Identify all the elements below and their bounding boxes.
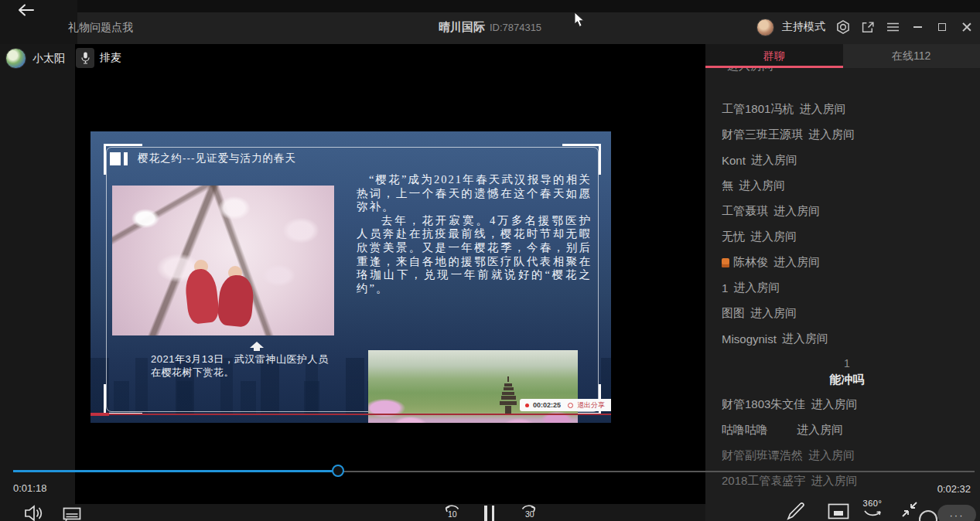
- settings-button[interactable]: [836, 20, 850, 34]
- seek-progress: [13, 470, 332, 472]
- maximize-icon: [938, 23, 946, 31]
- menu-button[interactable]: [886, 20, 900, 34]
- seek-knob[interactable]: [332, 465, 344, 477]
- app-window: 礼物问题点我 晴川国际ID:7874315 主持模式: [0, 0, 980, 521]
- back-arrow-icon: [17, 3, 36, 17]
- system-enter-row: 无忧进入房间: [722, 224, 972, 250]
- enter-user-name: 无忧: [722, 230, 745, 244]
- enter-room-text: 进入房间: [782, 332, 828, 346]
- enter-room-text: 进入房间: [773, 255, 820, 270]
- rewind-10-button[interactable]: 10: [441, 502, 463, 521]
- tab-online-count[interactable]: 在线112: [843, 44, 980, 68]
- pause-icon: [484, 506, 487, 521]
- popout-button[interactable]: [861, 20, 875, 34]
- up-arrow-marker: [250, 342, 264, 348]
- enter-user-name: 工管聂琪: [722, 204, 768, 219]
- enter-user-name: 图图: [722, 306, 745, 321]
- slide-bottom-red-line: [90, 414, 611, 415]
- chat-message-text: 能冲吗: [830, 371, 865, 388]
- enter-room-text: 进入房间: [750, 306, 797, 321]
- seek-track: [332, 471, 975, 472]
- forward-30-button[interactable]: 30: [518, 502, 540, 521]
- seek-bar[interactable]: [0, 469, 980, 483]
- enter-room-text: 进入房间: [811, 397, 857, 412]
- system-enter-row: Kont进入房间: [722, 148, 972, 173]
- screen-share-badge[interactable]: 00:02:25 退出分享: [520, 399, 611, 411]
- rewind-10-icon: 10: [441, 502, 463, 521]
- maximize-button[interactable]: [935, 20, 949, 34]
- room-id: ID:7874315: [490, 22, 541, 33]
- shrink-icon: [900, 500, 919, 519]
- collapse-panel-button[interactable]: [900, 500, 919, 521]
- exit-share-button[interactable]: 退出分享: [577, 400, 605, 410]
- speaker-icon: [23, 503, 43, 521]
- popout-icon: [862, 21, 875, 34]
- enter-user-name: 财管副班谭浩然: [722, 448, 803, 463]
- clock-icon: [568, 403, 573, 408]
- forward-30-icon: 30: [518, 502, 540, 521]
- enter-room-text: 进入房间: [808, 128, 855, 142]
- system-enter-row: 無进入房间: [722, 173, 972, 199]
- room-title: 晴川国际: [439, 20, 485, 33]
- streamer-chip[interactable]: 小太阳: [5, 48, 65, 69]
- system-enter-row: 财管副班谭浩然进入房间: [722, 443, 972, 468]
- share-timer: 00:02:25: [533, 401, 561, 409]
- rotate-360-button[interactable]: 360°: [862, 499, 883, 521]
- frame-corner-bl: [104, 384, 142, 415]
- enter-room-text: 进入房间: [739, 179, 785, 193]
- video-stage: 樱花之约---见证爱与活力的春天 2021年3月13日，武汉雷神山医护人员 在樱…: [75, 44, 705, 504]
- chat-clock: 0:02:32: [937, 483, 971, 495]
- gear-icon: [836, 20, 850, 34]
- chat-toolbar: 360° ···: [705, 499, 980, 521]
- host-avatar[interactable]: [756, 19, 774, 36]
- rotate-arrow-icon: [862, 509, 883, 519]
- frame-corner-tr: [562, 144, 601, 175]
- photo-person-red-jacket: [217, 274, 255, 328]
- mic-queue-button[interactable]: 排麦: [76, 48, 121, 68]
- aerial-blossom-photo: [368, 350, 578, 423]
- enter-room-text: 进入房间: [751, 153, 797, 168]
- enter-room-text: 进入房间: [733, 281, 780, 295]
- mic-box[interactable]: [76, 48, 94, 68]
- rotate-360-label: 360°: [862, 499, 883, 508]
- minimize-icon: [913, 26, 922, 28]
- enter-room-text: 进入房间: [808, 448, 855, 463]
- system-enter-row: 财管1803朱文佳进入房间: [722, 392, 972, 417]
- screenshot-icon: [828, 503, 849, 519]
- system-enter-row: 咕噜咕噜进入房间: [722, 417, 972, 443]
- system-enter-row: 工管聂琪进入房间: [722, 199, 972, 224]
- danmaku-toggle-button[interactable]: [63, 507, 81, 521]
- mic-queue-label: 排麦: [100, 51, 121, 65]
- system-enter-row: 陈林俊进入房间: [722, 250, 972, 275]
- system-enter-row: 工管1801冯杭进入房间: [722, 97, 972, 122]
- tab-group-chat[interactable]: 群聊: [705, 44, 843, 68]
- slide-title: 樱花之约---见证爱与活力的春天: [138, 152, 296, 165]
- edit-message-button[interactable]: [786, 500, 806, 521]
- menu-icon: [886, 22, 900, 32]
- chat-message-row: 1能冲吗: [722, 352, 972, 392]
- slide-body-text: “樱花”成为2021年春天武汉报导的相关热词，上一个春天的遗憾在这个春天如愿弥补…: [357, 173, 592, 295]
- photo-caption: 2021年3月13日，武汉雷神山医护人员 在樱花树下赏花。: [151, 352, 329, 379]
- gift-hint-link[interactable]: 礼物问题点我: [68, 21, 133, 35]
- streamer-avatar[interactable]: [5, 48, 26, 69]
- elapsed-time: 0:01:18: [13, 482, 46, 494]
- more-actions-pill[interactable]: ···: [937, 505, 976, 521]
- slide-paragraph-1: “樱花”成为2021年春天武汉报导的相关热词，上一个春天的遗憾在这个春天如愿弥补…: [357, 173, 592, 214]
- back-button[interactable]: [17, 3, 40, 22]
- pause-button[interactable]: [484, 506, 494, 521]
- close-button[interactable]: [960, 20, 974, 34]
- enter-room-text: 进入房间: [797, 423, 843, 438]
- volume-button[interactable]: [23, 503, 43, 521]
- slide-paragraph-2: 去年，花开寂寞。4万多名援鄂医护人员奔赴在抗疫最前线，樱花时节却无暇欣赏美景。又…: [357, 214, 592, 296]
- minimize-button[interactable]: [910, 20, 924, 34]
- video-player: 樱花之约---见证爱与活力的春天 2021年3月13日，武汉雷神山医护人员 在樱…: [0, 44, 705, 521]
- slide-title-row: 樱花之约---见证爱与活力的春天: [110, 152, 296, 165]
- system-enter-row: Misogynist进入房间: [722, 326, 972, 352]
- title-square-mark: [110, 152, 121, 165]
- screenshot-button[interactable]: [828, 503, 849, 521]
- comment-icon: [63, 507, 81, 521]
- emoji-button[interactable]: [919, 510, 937, 521]
- enter-user-name: Misogynist: [722, 332, 777, 346]
- pagoda-silhouette: [500, 376, 517, 417]
- photo-caption-line1: 2021年3月13日，武汉雷神山医护人员: [151, 352, 329, 366]
